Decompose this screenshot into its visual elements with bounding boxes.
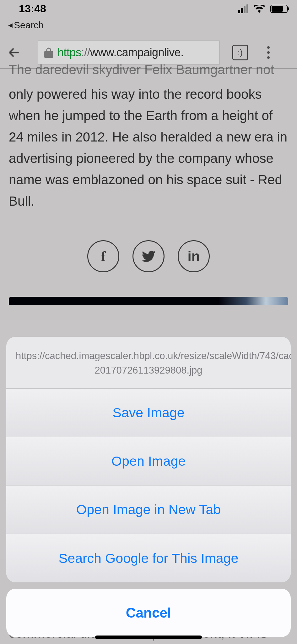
action-sheet-main: https://cached.imagescaler.hbpl.co.uk/re… bbox=[6, 337, 291, 582]
status-icons bbox=[238, 4, 288, 13]
article-cut-line: The daredevil skydiver Felix Baumgartner… bbox=[9, 59, 288, 80]
linkedin-icon: in bbox=[187, 248, 200, 264]
article-body: The daredevil skydiver Felix Baumgartner… bbox=[0, 62, 297, 212]
status-bar: 13:48 bbox=[0, 0, 297, 17]
cellular-signal-icon bbox=[238, 4, 248, 13]
tabs-button[interactable]: :) bbox=[232, 45, 248, 60]
save-image-button[interactable]: Save Image bbox=[6, 389, 291, 437]
twitter-share-button[interactable] bbox=[132, 240, 165, 272]
twitter-icon bbox=[142, 251, 155, 262]
home-indicator[interactable] bbox=[95, 636, 202, 639]
back-button[interactable] bbox=[6, 45, 22, 60]
social-share-row: f in bbox=[0, 240, 297, 272]
battery-icon bbox=[270, 5, 288, 13]
facebook-share-button[interactable]: f bbox=[87, 240, 119, 272]
menu-button[interactable] bbox=[261, 46, 276, 59]
search-google-image-button[interactable]: Search Google for This Image bbox=[6, 534, 291, 582]
article-paragraph: only powered his way into the record boo… bbox=[9, 87, 287, 208]
wifi-icon bbox=[254, 5, 265, 13]
action-sheet-title: https://cached.imagescaler.hbpl.co.uk/re… bbox=[6, 337, 291, 389]
url-text: https://www.campaignlive. bbox=[57, 46, 184, 59]
status-time: 13:48 bbox=[19, 3, 46, 15]
open-image-button[interactable]: Open Image bbox=[6, 437, 291, 486]
cancel-button[interactable]: Cancel bbox=[6, 589, 291, 637]
article-image[interactable] bbox=[9, 297, 288, 305]
facebook-icon: f bbox=[101, 248, 106, 264]
breadcrumb-back[interactable]: Search bbox=[0, 17, 297, 37]
linkedin-share-button[interactable]: in bbox=[178, 240, 210, 272]
action-sheet: https://cached.imagescaler.hbpl.co.uk/re… bbox=[6, 337, 291, 637]
breadcrumb-label: Search bbox=[14, 20, 44, 31]
open-image-new-tab-button[interactable]: Open Image in New Tab bbox=[6, 486, 291, 534]
lock-icon bbox=[44, 47, 53, 58]
